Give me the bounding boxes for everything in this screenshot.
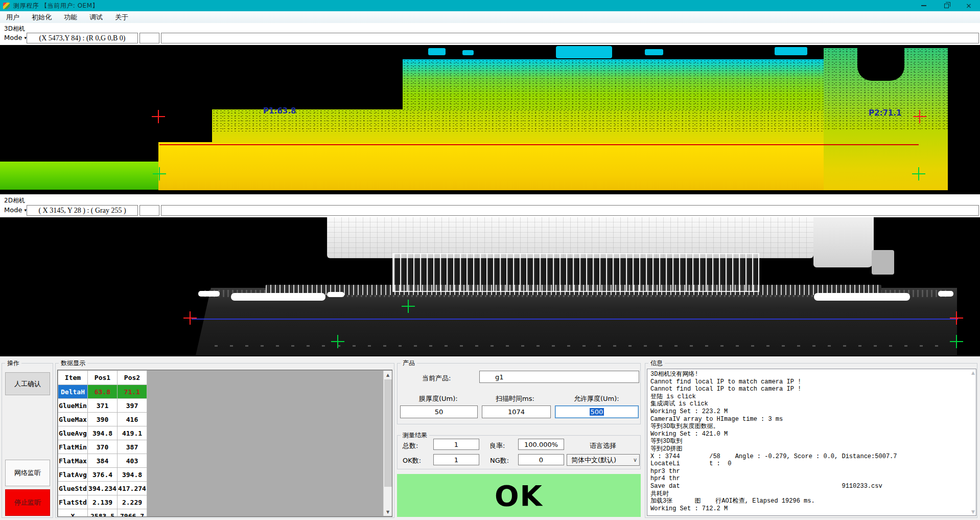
table-row[interactable]: X 2583.5 7966.7 xyxy=(58,509,147,517)
red-cross-icon xyxy=(183,311,197,325)
film-thickness-input[interactable]: 50 xyxy=(400,405,478,418)
language-select[interactable]: 简体中文(默认) ∨ xyxy=(567,454,640,466)
camera3d-cursor-status: (X 5473,Y 84) : (R 0,G 0,B 0) xyxy=(27,33,138,43)
glue-blob xyxy=(327,292,344,297)
scroll-down-icon[interactable]: ▼ xyxy=(971,509,975,514)
allow-thickness-label: 允许厚度(Um): xyxy=(574,394,619,403)
pcb-right-extension xyxy=(813,217,874,267)
camera2d-toolbar: Mode▾ ( X 3145, Y 28 ) : ( Gray 255 ) xyxy=(0,205,980,217)
camera2d-viewport[interactable] xyxy=(0,217,980,356)
menu-item-init[interactable]: 初始化 xyxy=(26,11,58,23)
ng-count-label: NG数: xyxy=(490,456,509,465)
title-bar: 测厚程序 【当前用户: OEM】 × xyxy=(0,0,980,11)
app-icon xyxy=(3,3,10,9)
red-cross-icon xyxy=(913,110,926,123)
scan-time-label: 扫描时间ms: xyxy=(496,394,534,403)
camera3d-mode-dropdown[interactable]: Mode▾ xyxy=(4,34,27,41)
stop-listen-button[interactable]: 停止监听 xyxy=(5,489,50,516)
menu-item-user[interactable]: 用户 xyxy=(0,11,26,23)
table-row[interactable]: GlueMax 390 416 xyxy=(58,413,147,426)
log-line: hpr3 thr xyxy=(650,468,973,476)
data-display-title: 数据显示 xyxy=(59,359,87,368)
table-row[interactable]: FlatMax 384 403 xyxy=(58,454,147,468)
red-cross-icon xyxy=(950,311,963,325)
ok-count-input[interactable]: 1 xyxy=(433,454,479,465)
measure-line xyxy=(192,319,958,320)
minimize-button[interactable] xyxy=(913,0,935,11)
menu-item-about[interactable]: 关于 xyxy=(109,11,134,23)
table-row[interactable]: GlueAvg 394.8 419.1 xyxy=(58,426,147,440)
table-row[interactable]: FlatAvg 376.4 394.8 xyxy=(58,468,147,482)
result-title: 测量结果 xyxy=(401,431,429,440)
menu-bar: 用户 初始化 功能 调试 关于 xyxy=(0,11,980,23)
grid-scrollbar[interactable]: ▲ ▼ xyxy=(383,371,392,516)
table-row[interactable]: FlatStd 2.139 2.229 xyxy=(58,495,147,509)
p1-annotation: P1:63.8 xyxy=(263,106,296,116)
close-button[interactable]: × xyxy=(958,0,980,11)
close-icon: × xyxy=(966,2,972,9)
ribbon-cable xyxy=(392,253,759,292)
log-line: Cannot find local IP to match camera IP … xyxy=(650,386,973,393)
menu-item-debug[interactable]: 调试 xyxy=(83,11,109,23)
info-title: 信息 xyxy=(648,359,665,368)
app-window: 测厚程序 【当前用户: OEM】 × 用户 初始化 功能 调试 关于 3D相机 … xyxy=(0,0,980,520)
log-line: Working Set : 421.0 M xyxy=(650,431,973,438)
maximize-button[interactable] xyxy=(935,0,958,11)
data-grid: Item Pos1 Pos2 DeltaH 63.8 71.1 GlueMin … xyxy=(57,370,392,517)
ok-count-label: OK数: xyxy=(403,456,421,465)
total-label: 总数: xyxy=(403,441,418,450)
green-cross-icon xyxy=(402,300,415,313)
camera3d-toolbar-cell xyxy=(139,33,159,43)
restore-icon xyxy=(944,4,949,8)
scroll-down-icon[interactable]: ▼ xyxy=(384,508,392,516)
camera2d-toolbar-cell xyxy=(139,205,159,216)
ng-count-input[interactable]: 0 xyxy=(518,454,564,465)
log-line: 等到3D取到 xyxy=(650,438,973,445)
glue-blob xyxy=(814,293,910,301)
minimize-icon xyxy=(921,5,926,6)
menu-item-function[interactable]: 功能 xyxy=(58,11,83,23)
camera3d-toolbar: Mode▾ (X 5473,Y 84) : (R 0,G 0,B 0) xyxy=(0,32,980,45)
log-scrollbar[interactable]: ▲ ▼ xyxy=(968,370,975,514)
table-row[interactable]: GlueStd 394.234 417.274 xyxy=(58,482,147,495)
current-product-label: 当前产品: xyxy=(422,374,451,383)
heightmap-base-slab xyxy=(158,142,921,190)
result-status-box: OK xyxy=(397,474,641,517)
allow-thickness-input[interactable]: 500 xyxy=(555,405,639,418)
language-label: 语言选择 xyxy=(590,441,616,450)
profile-line xyxy=(159,144,919,145)
log-line: 等到2D拼图 xyxy=(650,445,973,453)
scrollbar-thumb[interactable] xyxy=(384,379,392,487)
camera2d-mode-dropdown[interactable]: Mode▾ xyxy=(4,206,27,214)
table-row[interactable]: GlueMin 371 397 xyxy=(58,399,147,413)
glue-blob xyxy=(938,291,953,297)
manual-confirm-button[interactable]: 人工确认 xyxy=(5,372,50,395)
total-input[interactable]: 1 xyxy=(433,439,479,450)
log-line: 加载3张 图 行AOI检查, Elapsed 19296 ms. xyxy=(650,498,973,505)
window-title: 测厚程序 【当前用户: OEM】 xyxy=(13,2,99,10)
camera2d-label: 2D相机 xyxy=(4,196,25,205)
log-line: Save dat 9110233.csv xyxy=(650,483,973,490)
table-row[interactable]: DeltaH 63.8 71.1 xyxy=(58,385,147,399)
film-thickness-label: 膜厚度(Um): xyxy=(419,394,458,403)
log-line: 共耗时 xyxy=(650,490,973,498)
yield-input[interactable]: 100.000% xyxy=(518,439,564,450)
camera2d-cursor-status: ( X 3145, Y 28 ) : ( Gray 255 ) xyxy=(27,205,138,216)
camera3d-viewport[interactable]: P1:63.8 P2:71.1 xyxy=(0,45,980,194)
camera2d-toolbar-spacer xyxy=(161,205,979,216)
heightmap-left-bar xyxy=(0,162,158,190)
log-line: LocateLi t : 0 xyxy=(650,460,973,468)
scan-time-input[interactable]: 1074 xyxy=(482,405,551,418)
operation-panel: 操作 人工确认 网络监听 停止监听 xyxy=(2,363,53,518)
log-textbox[interactable]: 3D相机没有网络! Cannot find local IP to match … xyxy=(647,369,976,516)
operation-title: 操作 xyxy=(5,359,21,368)
log-line: Working Set : 223.2 M xyxy=(650,408,973,416)
current-product-input[interactable]: g1 xyxy=(479,371,639,383)
scroll-up-icon[interactable]: ▲ xyxy=(384,371,392,379)
network-listen-button[interactable]: 网络监听 xyxy=(5,460,50,486)
table-row[interactable]: FlatMin 370 387 xyxy=(58,440,147,454)
log-line: 等到3D取到灰度图数据。 xyxy=(650,423,973,431)
log-line: X : 3744 /58 Angle : -0.279, Score : 0.0… xyxy=(650,453,973,461)
chevron-down-icon: ∨ xyxy=(633,457,637,463)
scroll-up-icon[interactable]: ▲ xyxy=(971,370,975,375)
